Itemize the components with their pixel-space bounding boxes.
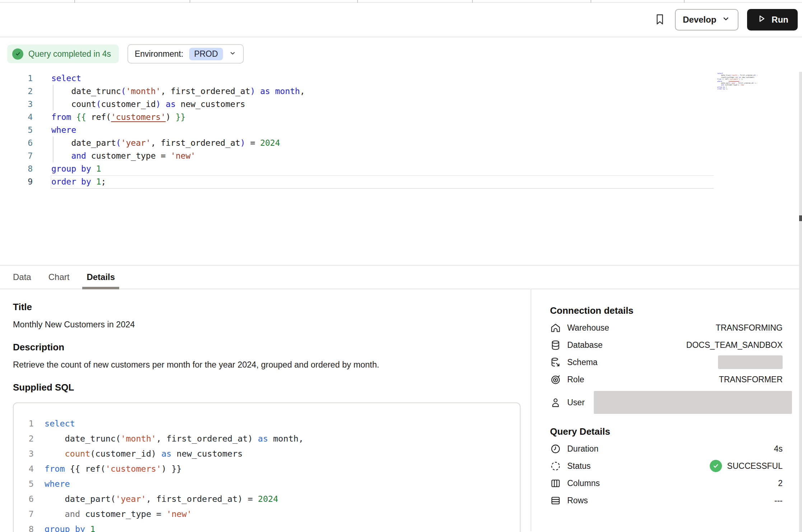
supplied-sql-line: 7 and customer_type = 'new'	[14, 507, 520, 522]
editor-gutter[interactable]: 123456789	[0, 72, 33, 188]
editor-code-line: count(customer_id) as new_customers	[51, 98, 305, 111]
code-token: date_part(	[45, 494, 116, 504]
code-token	[161, 99, 166, 109]
code-token: 'new'	[167, 509, 192, 519]
schema-value-redacted	[718, 355, 783, 369]
code-token: date_part	[51, 138, 116, 148]
app-tab-strip	[0, 0, 802, 3]
code-token: new_customers	[741, 76, 754, 78]
editor-code-line: group by 1	[51, 162, 305, 175]
code-token: as month	[757, 74, 757, 76]
code-token: ,	[300, 87, 305, 96]
role-row: RoleTRANSFORMER	[550, 371, 783, 388]
duration-label: Duration	[567, 444, 598, 454]
bookmark-button[interactable]	[653, 13, 666, 27]
code-line: and customer_type = 'new'	[45, 507, 192, 522]
code-token: , first_ordered_at)	[156, 434, 258, 444]
query-details-heading: Query Details	[550, 426, 783, 437]
tab-data[interactable]: Data	[9, 266, 36, 289]
play-icon	[756, 14, 766, 26]
rows-icon	[550, 495, 561, 506]
editor-code-line: date_trunc('month', first_ordered_at) as…	[51, 85, 305, 98]
code-token: , first_ordered_at	[161, 87, 250, 96]
environment-label: Environment:	[135, 49, 183, 59]
tab-chart[interactable]: Chart	[44, 266, 74, 289]
bookmark-icon	[653, 13, 666, 27]
code-token: , first_ordered_at	[151, 138, 240, 148]
code-token: ) }}	[161, 464, 182, 474]
database-value-text: DOCS_TEAM_SANDBOX	[686, 340, 783, 350]
role-icon	[550, 374, 561, 385]
code-token: (	[121, 87, 126, 96]
database-label: Database	[567, 340, 602, 350]
line-number: 6	[14, 491, 34, 507]
supplied-sql-code-block: 1select2 date_trunc('month', first_order…	[13, 402, 521, 532]
status-row: StatusSUCCESSFUL	[550, 457, 783, 475]
query-status-badge: Query completed in 4s	[7, 45, 119, 63]
schema-row: Schema	[550, 354, 783, 371]
sql-editor[interactable]: 123456789 select date_trunc('month', fir…	[0, 69, 802, 265]
code-token: new_customers	[172, 449, 243, 459]
code-token: 'year'	[731, 82, 736, 84]
line-number: 4	[0, 111, 33, 123]
code-token: customer_id	[101, 99, 155, 109]
supplied-sql-line: 1select	[14, 416, 520, 431]
line-number: 8	[14, 522, 34, 532]
status-icon	[550, 461, 561, 472]
environment-selector[interactable]: Environment: PROD	[127, 44, 244, 64]
environment-value-badge: PROD	[189, 48, 223, 60]
editor-minimap[interactable]: select date_trunc('month', first_ordered…	[717, 73, 757, 90]
database-icon	[550, 340, 561, 351]
supplied-sql-line: 3 count(customer_id) as new_customers	[14, 446, 520, 461]
query-details-rows: Duration4sStatusSUCCESSFULColumns2Rows--…	[550, 440, 783, 509]
code-token	[45, 449, 65, 459]
develop-button[interactable]: Develop	[675, 9, 738, 31]
code-token: 'customers'	[729, 78, 739, 80]
user-value	[594, 391, 783, 414]
code-token: }}	[176, 112, 186, 122]
details-panel: Title Monthly New Customers in 2024 Desc…	[0, 289, 802, 531]
run-button[interactable]: Run	[747, 9, 798, 31]
app-tab-separator	[357, 0, 358, 3]
vertical-scrollbar-thumb[interactable]	[799, 215, 802, 221]
status-value-text: SUCCESSFUL	[727, 461, 783, 471]
code-token: group by	[717, 86, 725, 88]
database-row: DatabaseDOCS_TEAM_SANDBOX	[550, 336, 783, 354]
code-token: as	[166, 99, 176, 109]
vertical-scrollbar-track[interactable]	[799, 72, 802, 532]
header-toolbar: Develop Run	[0, 3, 802, 37]
line-number: 2	[0, 85, 33, 98]
code-token: group by	[45, 524, 85, 532]
warehouse-row: WarehouseTRANSFORMING	[550, 319, 783, 336]
code-token: )	[240, 138, 245, 148]
editor-code-area[interactable]: select date_trunc('month', first_ordered…	[51, 72, 305, 188]
chevron-down-icon	[721, 14, 731, 25]
code-token: 1	[96, 164, 101, 173]
code-token: order by	[717, 88, 725, 90]
line-number: 7	[14, 507, 34, 522]
user-label: User	[567, 398, 585, 407]
code-token: )	[250, 87, 255, 96]
code-token	[71, 112, 76, 122]
code-token: , first_ordered_at	[738, 74, 755, 76]
code-token: , first_ordered_at	[736, 82, 754, 84]
code-token: 'year'	[116, 494, 146, 504]
code-token: (	[96, 99, 101, 109]
line-number: 5	[14, 476, 34, 491]
line-number: 2	[14, 431, 34, 446]
schema-icon	[550, 357, 561, 368]
code-token: {{ ref(	[65, 464, 106, 474]
role-value-text: TRANSFORMER	[719, 375, 783, 384]
line-number: 3	[14, 446, 34, 461]
code-token: date_trunc	[717, 74, 731, 76]
line-number: 1	[14, 416, 34, 431]
code-token	[91, 177, 96, 186]
editor-code-line: select	[51, 72, 305, 85]
code-token: }}	[741, 78, 743, 80]
tab-details[interactable]: Details	[82, 266, 119, 289]
duration-value: 4s	[774, 444, 783, 454]
code-token	[51, 151, 71, 160]
query-status-text: Query completed in 4s	[28, 49, 111, 59]
code-token	[91, 164, 96, 173]
code-token: where	[717, 80, 722, 82]
